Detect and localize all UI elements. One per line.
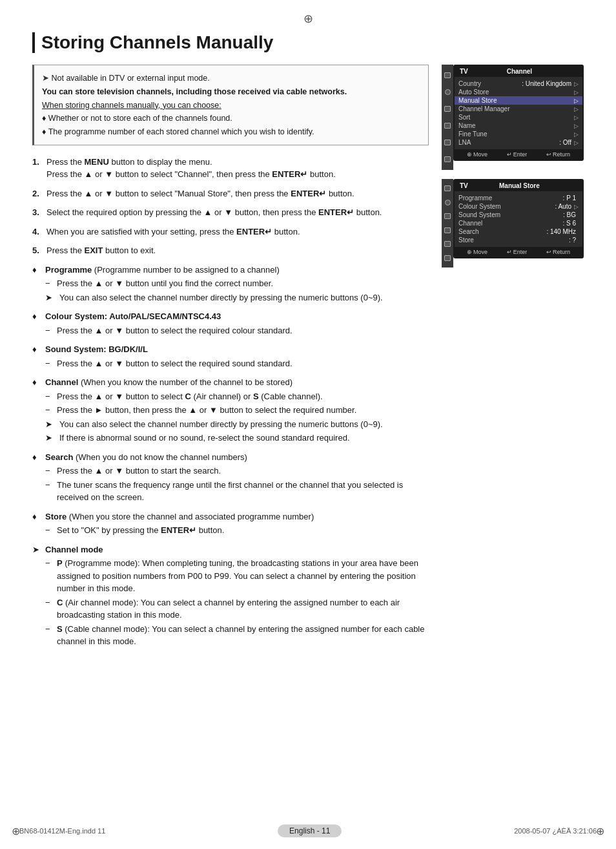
search-sub-1: − Press the ▲ or ▼ button to start the s…: [45, 465, 429, 477]
step-3-num: 3.: [32, 206, 46, 219]
tv1-content: Country : United Kingdom ▷ Auto Store ▷ …: [455, 77, 582, 149]
tv1-enter-label: Enter: [513, 151, 528, 158]
channel-mode-s: − S (Cable channel mode): You can select…: [45, 623, 429, 648]
channel-sub-4: ➤ If there is abnormal sound or no sound…: [45, 432, 429, 445]
bullet-search-content: Search (When you do not know the channel…: [45, 451, 429, 504]
bullet-sound-content: Sound System: BG/DK/I/L − Press the ▲ or…: [45, 343, 429, 370]
step-2-text: Press the ▲ or ▼ button to select "Manua…: [46, 187, 429, 200]
content-wrapper: ➤ Not available in DTV or external input…: [32, 65, 584, 655]
tv1-row-manualstore: Manual Store ▷: [455, 96, 582, 105]
bullet-colour-content: Colour System: Auto/PAL/SECAM/NTSC4.43 −…: [45, 310, 429, 337]
tv2-btn-return: ↩ Return: [546, 249, 570, 255]
tv1-row-name: Name ▷: [455, 121, 582, 130]
step-5-text: Press the EXIT button to exit.: [46, 244, 429, 257]
tv2-btn-move: ⊕ Move: [467, 249, 488, 255]
sound-sub-1: − Press the ▲ or ▼ button to select the …: [45, 357, 429, 370]
note-bullet2: The programme number of each stored chan…: [48, 127, 314, 136]
tv1-icon-5: [443, 138, 452, 146]
bullets-list: ♦ Programme (Programme number to be assi…: [32, 264, 429, 648]
page-number-badge: English - 11: [278, 824, 342, 837]
crosshair-bottom-left-icon: ⊕: [12, 825, 20, 837]
page-number-label: English - 11: [289, 826, 330, 835]
tv1-row-channelmgr: Channel Manager ▷: [455, 105, 582, 113]
left-column: ➤ Not available in DTV or external input…: [32, 65, 429, 655]
tv1-row-finetune: Fine Tune ▷: [455, 130, 582, 138]
step-4-num: 4.: [32, 225, 46, 238]
step-4-text: When you are satisfied with your setting…: [46, 225, 429, 238]
page: ⊕ Storing Channels Manually ➤ Not availa…: [0, 0, 616, 849]
tv2-content: Programme : P 1 Colour System : Auto ▷ S…: [455, 191, 582, 247]
step-3-text: Select the required option by pressing t…: [46, 206, 429, 219]
tv1-row-sort: Sort ▷: [455, 113, 582, 121]
bullet-store: ♦ Store (When you store the channel and …: [32, 510, 429, 537]
tv2-title-left: TV: [460, 182, 468, 189]
note-box: ➤ Not available in DTV or external input…: [32, 65, 429, 145]
tv1-move-label: Move: [473, 151, 488, 158]
tv2-icon-2: [443, 198, 452, 206]
bullet-store-content: Store (When you store the channel and as…: [45, 510, 429, 537]
bullet-diamond-1: ♦: [32, 264, 45, 304]
footer-left: BN68-01412M-Eng.indd 11: [19, 827, 105, 835]
tv2-title-right: Manual Store: [499, 182, 540, 189]
tv1-icon-1: [443, 72, 452, 79]
tv1-left-icons: [442, 65, 453, 170]
tv-screen1: TV Channel Country : United Kingdom ▷ Au…: [453, 65, 584, 161]
bullet-programme: ♦ Programme (Programme number to be assi…: [32, 264, 429, 304]
store-sub-1: − Set to "OK" by pressing the ENTER↵ but…: [45, 524, 429, 537]
bullet-channel-mode: ➤ Channel mode − P (Programme mode): Whe…: [32, 543, 429, 648]
tv2-row-channel: Channel : S 6: [455, 219, 582, 227]
step-2: 2. Press the ▲ or ▼ button to select "Ma…: [32, 187, 429, 200]
bullet-colour: ♦ Colour System: Auto/PAL/SECAM/NTSC4.43…: [32, 310, 429, 337]
tv2-icon-3: [443, 213, 452, 220]
channel-mode-c: − C (Air channel mode): You can select a…: [45, 596, 429, 622]
tv-screen2: TV Manual Store Programme : P 1 Colour S…: [453, 179, 584, 258]
crosshair-bottom-right-icon: ⊕: [596, 825, 604, 837]
note-line3: When storing channels manually, you can …: [42, 101, 221, 110]
note-arrow: ➤: [42, 73, 49, 83]
tv1-move-icon: ⊕: [467, 151, 472, 158]
bullet-sound: ♦ Sound System: BG/DK/I/L − Press the ▲ …: [32, 343, 429, 370]
tv2-icon-1: [443, 185, 452, 193]
tv1-top-bar: TV Channel: [455, 66, 582, 77]
steps-list: 1. Press the MENU button to display the …: [32, 156, 429, 257]
step-1-text: Press the MENU button to display the men…: [46, 156, 429, 181]
tv2-row-programme: Programme : P 1: [455, 194, 582, 202]
tv1-bottom-bar: ⊕ Move ↵ Enter ↩ Return: [455, 149, 582, 160]
tv1-btn-return: ↩ Return: [546, 151, 570, 158]
colour-sub-1: − Press the ▲ or ▼ button to select the …: [45, 324, 429, 337]
bullet-channel: ♦ Channel (When you know the number of t…: [32, 376, 429, 445]
tv2-left-icons: [442, 179, 453, 267]
tv1-return-label: Return: [553, 151, 570, 158]
bullet-diamond-4: ♦: [32, 376, 45, 445]
tv2-row-search: Search : 140 MHz: [455, 227, 582, 236]
footer-right: 2008-05-07 ¿ÀÈÄ 3:21:06: [514, 827, 597, 835]
tv2-return-label: Return: [553, 249, 570, 255]
tv2-bottom-bar: ⊕ Move ↵ Enter ↩ Return: [455, 247, 582, 257]
tv1-enter-icon: ↵: [507, 151, 512, 158]
crosshair-top-icon: ⊕: [303, 12, 313, 26]
tv1-return-icon: ↩: [546, 151, 551, 158]
bullet-diamond-3: ♦: [32, 343, 45, 370]
bullet-diamond-5: ♦: [32, 451, 45, 504]
tv2-icon-4: [443, 226, 452, 234]
tv1-row-autostore: Auto Store ▷: [455, 88, 582, 96]
tv2-row-sound: Sound System : BG: [455, 211, 582, 219]
channel-mode-content: Channel mode − P (Programme mode): When …: [45, 543, 429, 648]
note-line1: Not available in DTV or external input m…: [51, 74, 209, 83]
bullet-programme-content: Programme (Programme number to be assign…: [45, 264, 429, 304]
step-4: 4. When you are satisfied with your sett…: [32, 225, 429, 238]
right-column: TV Channel Country : United Kingdom ▷ Au…: [442, 65, 584, 655]
search-sub-2: − The tuner scans the frequency range un…: [45, 479, 429, 504]
tv-screen2-wrapper: TV Manual Store Programme : P 1 Colour S…: [442, 179, 584, 267]
tv2-row-colour: Colour System : Auto ▷: [455, 202, 582, 211]
note-bullet1: Whether or not to store each of the chan…: [48, 114, 232, 123]
tv2-btn-enter: ↵ Enter: [507, 249, 528, 255]
step-2-num: 2.: [32, 187, 46, 200]
tv2-return-icon: ↩: [546, 249, 551, 255]
step-5-num: 5.: [32, 244, 46, 257]
tv1-row-country: Country : United Kingdom ▷: [455, 79, 582, 88]
tv2-enter-label: Enter: [513, 249, 528, 255]
channel-mode-p: − P (Programme mode): When completing tu…: [45, 557, 429, 595]
tv2-move-icon: ⊕: [467, 249, 472, 255]
step-1: 1. Press the MENU button to display the …: [32, 156, 429, 181]
